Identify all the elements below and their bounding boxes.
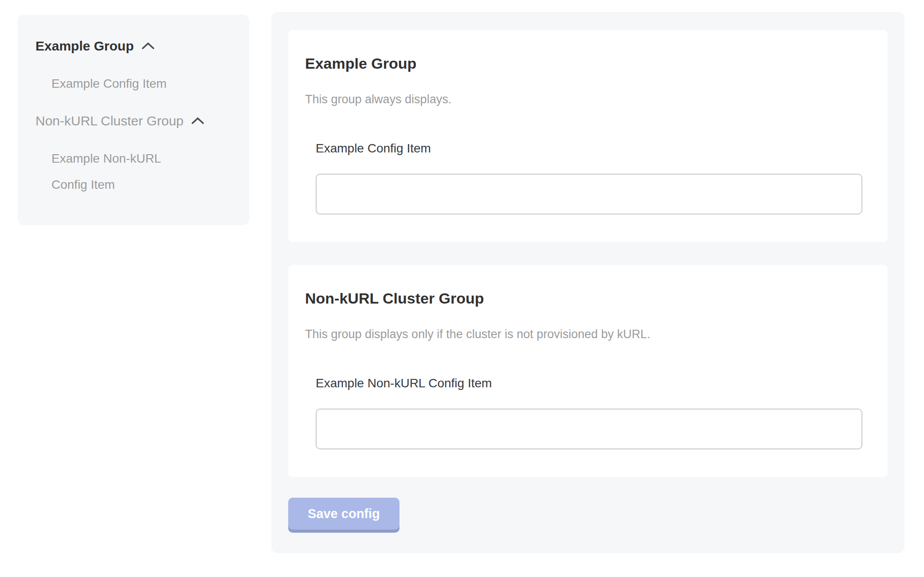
config-field-label: Example Config Item <box>316 141 862 156</box>
chevron-up-icon <box>141 38 155 54</box>
group-description: This group displays only if the cluster … <box>305 327 862 341</box>
example-config-item-input[interactable] <box>316 174 862 214</box>
config-group-card-non-kurl-cluster-group: Non-kURL Cluster Group This group displa… <box>288 265 888 477</box>
sidebar-item-example-non-kurl-config-item[interactable]: Example Non-kURL Config Item <box>51 145 184 198</box>
example-non-kurl-config-item-input[interactable] <box>316 409 862 449</box>
config-nav-sidebar: Example Group Example Config Item Non-kU… <box>18 15 249 225</box>
chevron-up-icon <box>191 113 205 129</box>
sidebar-group-label: Example Group <box>35 38 134 54</box>
sidebar-item-label: Example Non-kURL Config Item <box>51 152 161 191</box>
group-description: This group always displays. <box>305 92 862 106</box>
config-group-card-example-group: Example Group This group always displays… <box>288 30 888 242</box>
save-config-button[interactable]: Save config <box>288 498 399 530</box>
sidebar-item-example-config-item[interactable]: Example Config Item <box>51 70 184 97</box>
sidebar-group-non-kurl-cluster-group[interactable]: Non-kURL Cluster Group <box>35 113 231 129</box>
config-field-label: Example Non-kURL Config Item <box>316 376 862 391</box>
group-title: Example Group <box>305 55 862 73</box>
config-field: Example Non-kURL Config Item <box>316 376 862 449</box>
config-field: Example Config Item <box>316 141 862 214</box>
sidebar-item-label: Example Config Item <box>51 77 167 90</box>
group-title: Non-kURL Cluster Group <box>305 289 862 308</box>
sidebar-group-label: Non-kURL Cluster Group <box>35 113 184 129</box>
sidebar-group-example-group[interactable]: Example Group <box>35 38 231 54</box>
config-main-panel: Example Group This group always displays… <box>271 12 904 553</box>
